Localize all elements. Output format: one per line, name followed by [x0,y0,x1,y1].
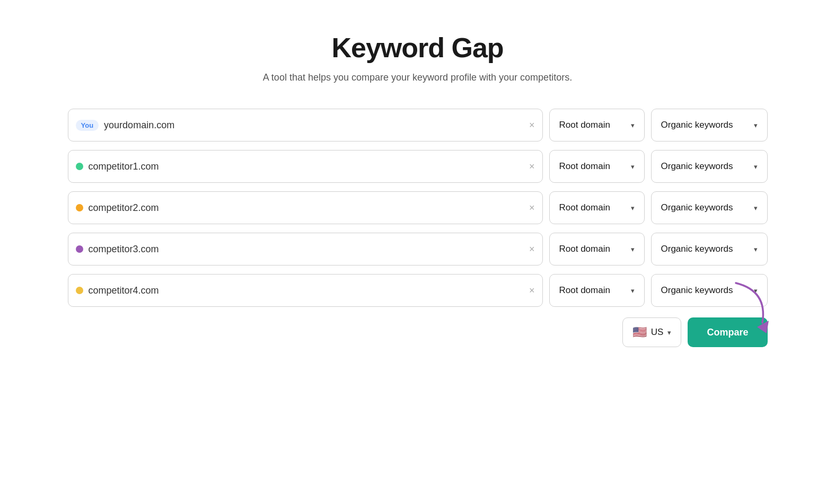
clear-icon-4[interactable]: × [529,285,535,296]
rows-container: You×Root domain▾Organic keywords▾×Root d… [68,109,768,307]
domain-type-label-4: Root domain [559,285,610,296]
organic-keywords-dropdown-0[interactable]: Organic keywords▾ [651,109,768,142]
domain-input-2[interactable] [89,202,524,214]
input-row-4: ×Root domain▾Organic keywords▾ [68,274,768,307]
input-row-2: ×Root domain▾Organic keywords▾ [68,191,768,224]
clear-icon-2[interactable]: × [529,202,535,214]
keyword-chevron-1: ▾ [754,163,758,171]
domain-input-wrapper-2: × [68,191,543,224]
domain-input-4[interactable] [89,285,524,296]
keyword-type-label-1: Organic keywords [661,161,733,172]
domain-input-0[interactable] [104,120,524,131]
you-badge: You [76,120,99,131]
domain-type-label-0: Root domain [559,120,610,130]
domain-chevron-1: ▾ [631,163,635,171]
keyword-chevron-0: ▾ [754,121,758,129]
root-domain-dropdown-2[interactable]: Root domain▾ [549,191,645,224]
domain-chevron-2: ▾ [631,204,635,212]
domain-type-label-1: Root domain [559,161,610,172]
domain-input-wrapper-3: × [68,233,543,266]
domain-chevron-0: ▾ [631,121,635,129]
root-domain-dropdown-1[interactable]: Root domain▾ [549,150,645,183]
input-row-3: ×Root domain▾Organic keywords▾ [68,233,768,266]
keyword-type-label-0: Organic keywords [661,120,733,130]
domain-input-wrapper-1: × [68,150,543,183]
page-container: Keyword Gap A tool that helps you compar… [68,32,768,347]
input-row-1: ×Root domain▾Organic keywords▾ [68,150,768,183]
country-selector[interactable]: 🇺🇸 US ▾ [622,317,682,347]
root-domain-dropdown-3[interactable]: Root domain▾ [549,233,645,266]
keyword-type-label-2: Organic keywords [661,202,733,213]
domain-input-1[interactable] [89,161,524,172]
clear-icon-1[interactable]: × [529,161,535,172]
clear-icon-3[interactable]: × [529,244,535,255]
bottom-bar: 🇺🇸 US ▾ Compare [68,317,768,347]
domain-chevron-4: ▾ [631,287,635,295]
domain-input-wrapper-0: You× [68,109,543,142]
arrow-decoration [731,280,773,339]
domain-chevron-3: ▾ [631,245,635,253]
root-domain-dropdown-4[interactable]: Root domain▾ [549,274,645,307]
root-domain-dropdown-0[interactable]: Root domain▾ [549,109,645,142]
domain-type-label-3: Root domain [559,244,610,254]
competitor-dot-1 [76,163,83,170]
page-title: Keyword Gap [331,32,503,64]
competitor-dot-4 [76,287,83,294]
keyword-chevron-2: ▾ [754,204,758,212]
input-row-0: You×Root domain▾Organic keywords▾ [68,109,768,142]
organic-keywords-dropdown-3[interactable]: Organic keywords▾ [651,233,768,266]
country-chevron: ▾ [667,329,671,337]
competitor-dot-3 [76,245,83,253]
organic-keywords-dropdown-2[interactable]: Organic keywords▾ [651,191,768,224]
country-code: US [651,327,664,338]
organic-keywords-dropdown-1[interactable]: Organic keywords▾ [651,150,768,183]
keyword-type-label-4: Organic keywords [661,285,733,296]
domain-input-wrapper-4: × [68,274,543,307]
keyword-chevron-3: ▾ [754,245,758,253]
domain-input-3[interactable] [89,244,524,255]
competitor-dot-2 [76,204,83,211]
country-flag: 🇺🇸 [632,325,647,339]
page-subtitle: A tool that helps you compare your keywo… [263,72,572,83]
keyword-type-label-3: Organic keywords [661,244,733,254]
clear-icon-0[interactable]: × [529,120,535,131]
domain-type-label-2: Root domain [559,202,610,213]
